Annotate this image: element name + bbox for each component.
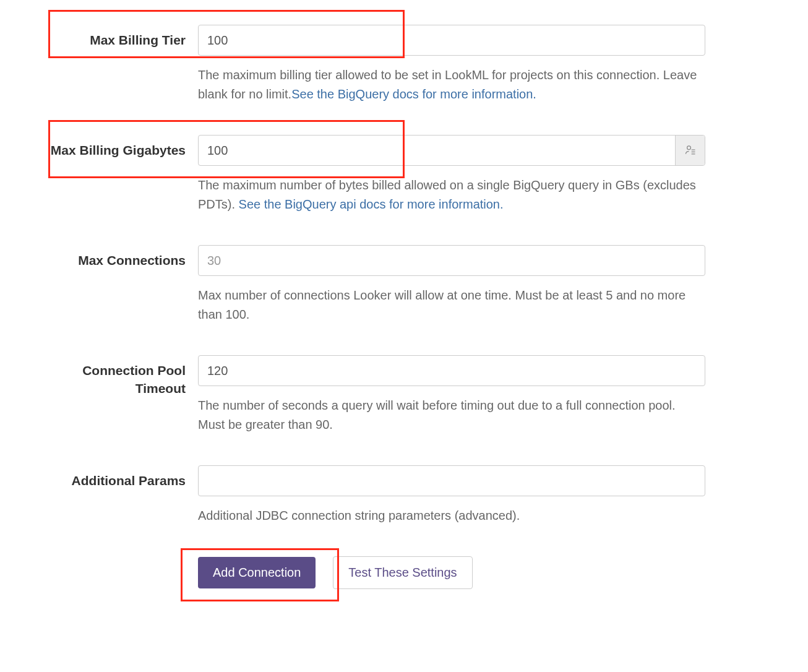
max-billing-tier-label: Max Billing Tier [90, 33, 186, 47]
max-connections-input[interactable] [198, 245, 705, 276]
max-connections-label: Max Connections [78, 253, 186, 267]
max-billing-gigabytes-label: Max Billing Gigabytes [51, 143, 186, 157]
additional-params-label: Additional Params [72, 473, 186, 488]
autofill-contacts-icon[interactable] [675, 136, 705, 165]
connection-pool-timeout-label: Connection Pool Timeout [82, 363, 186, 395]
max-billing-gigabytes-input[interactable] [198, 135, 705, 166]
additional-params-help: Additional JDBC connection string parame… [198, 506, 705, 525]
bigquery-api-docs-link[interactable]: See the BigQuery api docs for more infor… [239, 197, 504, 211]
svg-point-0 [687, 146, 690, 150]
additional-params-input[interactable] [198, 465, 705, 496]
connection-pool-timeout-input[interactable] [198, 355, 705, 386]
bigquery-docs-link[interactable]: See the BigQuery docs for more informati… [291, 87, 536, 101]
test-settings-button[interactable]: Test These Settings [333, 556, 472, 589]
max-billing-gigabytes-help: The maximum number of bytes billed allow… [198, 176, 705, 214]
max-connections-help: Max number of connections Looker will al… [198, 286, 705, 324]
add-connection-button[interactable]: Add Connection [198, 557, 316, 588]
max-billing-tier-input[interactable] [198, 25, 705, 56]
connection-pool-timeout-help: The number of seconds a query will wait … [198, 396, 705, 434]
max-billing-tier-help: The maximum billing tier allowed to be s… [198, 66, 705, 104]
